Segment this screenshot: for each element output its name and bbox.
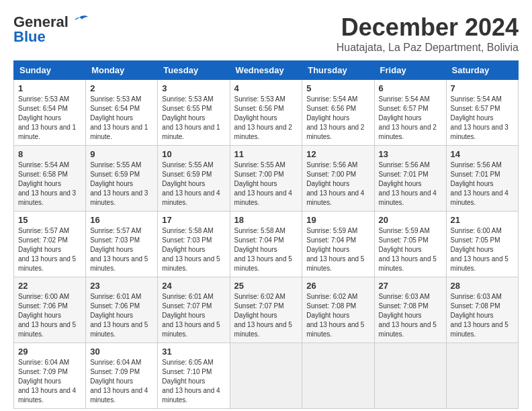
calendar-cell <box>446 343 518 409</box>
calendar-cell: 2 Sunrise: 5:53 AM Sunset: 6:54 PM Dayli… <box>86 80 158 146</box>
calendar-cell: 12 Sunrise: 5:56 AM Sunset: 7:00 PM Dayl… <box>302 146 374 212</box>
day-info: Sunrise: 5:57 AM Sunset: 7:02 PM Dayligh… <box>18 226 81 273</box>
day-number: 8 <box>18 149 81 159</box>
day-info: Sunrise: 5:58 AM Sunset: 7:04 PM Dayligh… <box>234 226 298 273</box>
calendar-table: SundayMondayTuesdayWednesdayThursdayFrid… <box>13 60 519 409</box>
calendar-cell: 22 Sunrise: 6:00 AM Sunset: 7:06 PM Dayl… <box>14 277 86 343</box>
day-info: Sunrise: 6:04 AM Sunset: 7:09 PM Dayligh… <box>18 358 81 405</box>
day-info: Sunrise: 6:03 AM Sunset: 7:08 PM Dayligh… <box>451 292 514 339</box>
day-info: Sunrise: 6:02 AM Sunset: 7:08 PM Dayligh… <box>306 292 369 339</box>
day-info: Sunrise: 5:56 AM Sunset: 7:00 PM Dayligh… <box>306 161 369 208</box>
calendar-cell: 21 Sunrise: 6:00 AM Sunset: 7:05 PM Dayl… <box>446 212 518 277</box>
day-info: Sunrise: 5:54 AM Sunset: 6:58 PM Dayligh… <box>18 161 81 208</box>
calendar-weekday-tuesday: Tuesday <box>158 61 230 80</box>
calendar-cell <box>374 343 446 409</box>
location-subtitle: Huatajata, La Paz Department, Bolivia <box>337 42 519 54</box>
calendar-week-row: 1 Sunrise: 5:53 AM Sunset: 6:54 PM Dayli… <box>14 80 519 146</box>
day-info: Sunrise: 5:54 AM Sunset: 6:57 PM Dayligh… <box>379 95 442 142</box>
day-number: 3 <box>162 83 225 93</box>
calendar-cell: 3 Sunrise: 5:53 AM Sunset: 6:55 PM Dayli… <box>158 80 230 146</box>
calendar-cell <box>302 343 374 409</box>
calendar-cell: 8 Sunrise: 5:54 AM Sunset: 6:58 PM Dayli… <box>14 146 86 212</box>
day-number: 12 <box>306 149 369 159</box>
calendar-cell: 4 Sunrise: 5:53 AM Sunset: 6:56 PM Dayli… <box>230 80 302 146</box>
calendar-cell: 20 Sunrise: 5:59 AM Sunset: 7:05 PM Dayl… <box>374 212 446 277</box>
calendar-cell: 11 Sunrise: 5:55 AM Sunset: 7:00 PM Dayl… <box>230 146 302 212</box>
day-number: 28 <box>451 281 514 291</box>
day-number: 10 <box>162 149 225 159</box>
logo: General Blue <box>13 13 89 46</box>
calendar-cell: 14 Sunrise: 5:56 AM Sunset: 7:01 PM Dayl… <box>446 146 518 212</box>
day-number: 18 <box>234 215 298 225</box>
calendar-cell: 18 Sunrise: 5:58 AM Sunset: 7:04 PM Dayl… <box>230 212 302 277</box>
day-info: Sunrise: 5:53 AM Sunset: 6:54 PM Dayligh… <box>18 95 81 142</box>
calendar-body: 1 Sunrise: 5:53 AM Sunset: 6:54 PM Dayli… <box>14 80 519 409</box>
day-number: 17 <box>162 215 225 225</box>
day-number: 11 <box>234 149 298 159</box>
calendar-weekday-sunday: Sunday <box>14 61 86 80</box>
day-info: Sunrise: 6:00 AM Sunset: 7:06 PM Dayligh… <box>18 292 81 339</box>
calendar-cell: 27 Sunrise: 6:03 AM Sunset: 7:08 PM Dayl… <box>374 277 446 343</box>
calendar-week-row: 8 Sunrise: 5:54 AM Sunset: 6:58 PM Dayli… <box>14 146 519 212</box>
day-info: Sunrise: 6:01 AM Sunset: 7:07 PM Dayligh… <box>162 292 225 339</box>
calendar-cell: 19 Sunrise: 5:59 AM Sunset: 7:04 PM Dayl… <box>302 212 374 277</box>
logo-bird-icon <box>70 15 89 30</box>
day-info: Sunrise: 5:55 AM Sunset: 6:59 PM Dayligh… <box>90 161 153 208</box>
calendar-cell: 26 Sunrise: 6:02 AM Sunset: 7:08 PM Dayl… <box>302 277 374 343</box>
day-info: Sunrise: 5:55 AM Sunset: 7:00 PM Dayligh… <box>234 161 298 208</box>
calendar-cell: 9 Sunrise: 5:55 AM Sunset: 6:59 PM Dayli… <box>86 146 158 212</box>
calendar-cell: 29 Sunrise: 6:04 AM Sunset: 7:09 PM Dayl… <box>14 343 86 409</box>
day-number: 7 <box>451 83 514 93</box>
day-number: 15 <box>18 215 81 225</box>
day-number: 16 <box>90 215 153 225</box>
calendar-cell: 1 Sunrise: 5:53 AM Sunset: 6:54 PM Dayli… <box>14 80 86 146</box>
calendar-cell: 15 Sunrise: 5:57 AM Sunset: 7:02 PM Dayl… <box>14 212 86 277</box>
day-info: Sunrise: 5:53 AM Sunset: 6:56 PM Dayligh… <box>234 95 298 142</box>
calendar-weekday-friday: Friday <box>374 61 446 80</box>
calendar-cell: 24 Sunrise: 6:01 AM Sunset: 7:07 PM Dayl… <box>158 277 230 343</box>
calendar-cell: 13 Sunrise: 5:56 AM Sunset: 7:01 PM Dayl… <box>374 146 446 212</box>
day-number: 6 <box>379 83 442 93</box>
calendar-cell <box>230 343 302 409</box>
day-number: 25 <box>234 281 298 291</box>
day-number: 19 <box>306 215 369 225</box>
calendar-week-row: 15 Sunrise: 5:57 AM Sunset: 7:02 PM Dayl… <box>14 212 519 277</box>
logo-blue-text: Blue <box>13 28 46 46</box>
day-info: Sunrise: 6:03 AM Sunset: 7:08 PM Dayligh… <box>379 292 442 339</box>
calendar-weekday-wednesday: Wednesday <box>230 61 302 80</box>
day-number: 9 <box>90 149 153 159</box>
calendar-cell: 10 Sunrise: 5:55 AM Sunset: 6:59 PM Dayl… <box>158 146 230 212</box>
calendar-cell: 28 Sunrise: 6:03 AM Sunset: 7:08 PM Dayl… <box>446 277 518 343</box>
day-number: 1 <box>18 83 81 93</box>
day-number: 14 <box>451 149 514 159</box>
calendar-cell: 30 Sunrise: 6:04 AM Sunset: 7:09 PM Dayl… <box>86 343 158 409</box>
calendar-week-row: 29 Sunrise: 6:04 AM Sunset: 7:09 PM Dayl… <box>14 343 519 409</box>
day-number: 20 <box>379 215 442 225</box>
calendar-cell: 25 Sunrise: 6:02 AM Sunset: 7:07 PM Dayl… <box>230 277 302 343</box>
day-info: Sunrise: 5:59 AM Sunset: 7:05 PM Dayligh… <box>379 226 442 273</box>
day-info: Sunrise: 6:02 AM Sunset: 7:07 PM Dayligh… <box>234 292 298 339</box>
day-number: 31 <box>162 347 225 357</box>
day-number: 13 <box>379 149 442 159</box>
calendar-cell: 6 Sunrise: 5:54 AM Sunset: 6:57 PM Dayli… <box>374 80 446 146</box>
calendar-cell: 7 Sunrise: 5:54 AM Sunset: 6:57 PM Dayli… <box>446 80 518 146</box>
day-info: Sunrise: 6:00 AM Sunset: 7:05 PM Dayligh… <box>451 226 514 273</box>
day-number: 21 <box>451 215 514 225</box>
day-info: Sunrise: 5:58 AM Sunset: 7:03 PM Dayligh… <box>162 226 225 273</box>
day-number: 30 <box>90 347 153 357</box>
day-info: Sunrise: 5:59 AM Sunset: 7:04 PM Dayligh… <box>306 226 369 273</box>
day-number: 22 <box>18 281 81 291</box>
day-info: Sunrise: 5:54 AM Sunset: 6:56 PM Dayligh… <box>306 95 369 142</box>
day-info: Sunrise: 5:56 AM Sunset: 7:01 PM Dayligh… <box>451 161 514 208</box>
calendar-weekday-monday: Monday <box>86 61 158 80</box>
day-number: 4 <box>234 83 298 93</box>
day-info: Sunrise: 6:04 AM Sunset: 7:09 PM Dayligh… <box>90 358 153 405</box>
day-info: Sunrise: 5:53 AM Sunset: 6:54 PM Dayligh… <box>90 95 153 142</box>
day-number: 24 <box>162 281 225 291</box>
day-number: 29 <box>18 347 81 357</box>
calendar-cell: 17 Sunrise: 5:58 AM Sunset: 7:03 PM Dayl… <box>158 212 230 277</box>
calendar-cell: 23 Sunrise: 6:01 AM Sunset: 7:06 PM Dayl… <box>86 277 158 343</box>
month-title: December 2024 <box>337 13 519 42</box>
title-section: December 2024 Huatajata, La Paz Departme… <box>337 13 519 54</box>
day-info: Sunrise: 6:01 AM Sunset: 7:06 PM Dayligh… <box>90 292 153 339</box>
